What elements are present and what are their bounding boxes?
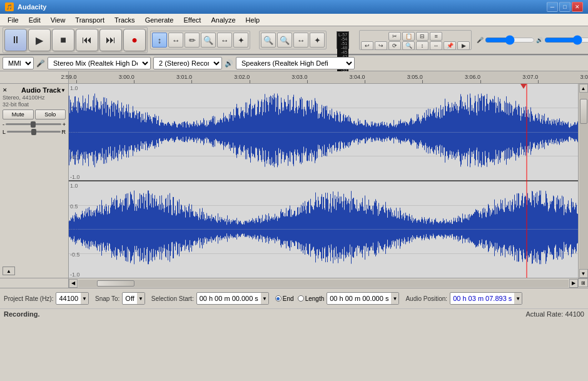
- menu-help[interactable]: Help: [241, 15, 265, 25]
- app-title: Audacity: [18, 3, 46, 11]
- menu-tracks[interactable]: Tracks: [109, 15, 140, 25]
- playhead-triangle: [520, 84, 527, 89]
- fit-h-tool[interactable]: ↔: [430, 41, 442, 50]
- output-volume-slider[interactable]: [544, 37, 588, 43]
- menu-edit[interactable]: Edit: [24, 15, 46, 25]
- vertical-scrollbar: ▲ ▼: [578, 84, 588, 278]
- pan-slider-container: [7, 129, 60, 135]
- track-name-button[interactable]: Audio Track ▼: [21, 86, 66, 94]
- solo-button[interactable]: Solo: [35, 109, 66, 119]
- audio-position-dropdown[interactable]: ▼: [514, 293, 522, 304]
- silence-tool[interactable]: ≡: [430, 32, 442, 41]
- pan-slider-thumb[interactable]: [31, 129, 36, 135]
- ruler-mark-3: 3:02.0: [242, 74, 258, 83]
- length-radio-option[interactable]: Length: [298, 295, 325, 302]
- selection-tool[interactable]: ↕: [152, 33, 167, 48]
- input-device-select[interactable]: Stereo Mix (Realtek High De: [48, 57, 151, 69]
- undo-tool[interactable]: ↩: [361, 41, 373, 50]
- track-info-line2: 32-bit float: [3, 101, 66, 108]
- menu-transport[interactable]: Transport: [70, 15, 109, 25]
- vscroll-thumb[interactable]: [580, 99, 587, 124]
- output-device-select[interactable]: Speakers (Realtek High Defi: [236, 57, 355, 69]
- zoom-in-tool[interactable]: 🔍: [261, 33, 276, 48]
- menu-analyze[interactable]: Analyze: [206, 15, 240, 25]
- skip-start-button[interactable]: ⏮: [76, 29, 98, 51]
- project-rate-field: Project Rate (Hz): 44100 ▼: [4, 292, 89, 305]
- track-header: ✕ Audio Track ▼ Stereo, 44100Hz 32-bit f…: [0, 84, 69, 278]
- gain-minus-label: -: [3, 121, 4, 128]
- cut-tool[interactable]: ✂: [388, 32, 401, 41]
- vscroll-down-button[interactable]: ▼: [579, 269, 588, 278]
- play-button[interactable]: ▶: [28, 29, 51, 51]
- gain-slider-thumb[interactable]: [31, 121, 36, 128]
- ruler-marks[interactable]: 2:59.03:00.03:01.03:02.03:03.03:04.03:05…: [69, 71, 588, 83]
- record-button[interactable]: ●: [123, 29, 146, 51]
- maximize-button[interactable]: □: [559, 2, 570, 12]
- input-volume-slider[interactable]: [485, 37, 535, 43]
- transport-section: ⏸ ▶ ■ ⏮ ⏭ ●: [3, 27, 148, 53]
- snap-to-field: Snap To: Off ▼: [95, 292, 145, 305]
- end-value-dropdown[interactable]: ▼: [391, 293, 398, 304]
- api-select[interactable]: MME: [3, 57, 34, 69]
- hscroll-thumb[interactable]: [97, 280, 134, 287]
- end-value: 00 h 00 m 00.000 s: [327, 295, 391, 302]
- gain-row: - +: [3, 121, 66, 128]
- mic-device-icon: 🎤: [36, 59, 45, 68]
- audio-position-control: 00 h 03 m 07.893 s ▼: [450, 292, 522, 305]
- mute-button[interactable]: Mute: [3, 109, 34, 119]
- fit-tool[interactable]: ↔: [293, 33, 308, 48]
- zoom-tool[interactable]: 🔍: [201, 33, 216, 48]
- close-button[interactable]: ✕: [572, 2, 583, 12]
- play-at-speed-tool[interactable]: ▶: [457, 41, 470, 50]
- hscroll-right-button[interactable]: ▶: [569, 279, 578, 288]
- envelope-tool[interactable]: ↔: [168, 33, 183, 48]
- ruler-mark-2: 3:01.0: [184, 74, 200, 83]
- zoom-out-tool[interactable]: 🔍: [277, 33, 292, 48]
- end-radio-label: End: [283, 295, 294, 302]
- recording-status: Recording.: [4, 310, 39, 318]
- ruler-mark-6: 3:05.0: [415, 74, 430, 83]
- vscroll-up-button[interactable]: ▲: [579, 84, 588, 93]
- zoom-sel-tool[interactable]: 🔍: [402, 41, 415, 50]
- hscroll-resize-handle[interactable]: ⊞: [578, 278, 588, 287]
- snap-to-control: Off ▼: [122, 292, 144, 305]
- paste-tool[interactable]: 📋: [402, 32, 415, 41]
- length-radio-circle: [298, 295, 304, 302]
- audio-position-value: 00 h 03 m 07.893 s: [450, 295, 514, 302]
- menu-view[interactable]: View: [46, 15, 71, 25]
- selection-tool2[interactable]: ✦: [310, 33, 325, 48]
- project-rate-dropdown[interactable]: ▼: [81, 293, 88, 304]
- selection-start-dropdown[interactable]: ▼: [261, 293, 268, 304]
- track-info-line1: Stereo, 44100Hz: [3, 94, 66, 101]
- gain-slider-container: [6, 121, 61, 128]
- skip-end-button[interactable]: ⏭: [99, 29, 122, 51]
- transport-tools-row: ⏸ ▶ ■ ⏮ ⏭ ● ↕ ↔ ✏ 🔍 ↔ ✦ 🔍 🔍 ↔ ✦: [0, 26, 588, 54]
- minimize-button[interactable]: ─: [547, 2, 558, 12]
- extra-tools-section: 🔍 🔍 ↔ ✦: [259, 31, 327, 49]
- hscroll-left-button[interactable]: ◀: [69, 279, 78, 288]
- multitool[interactable]: ✦: [233, 33, 248, 48]
- length-radio-label: Length: [305, 295, 325, 302]
- draw-tool[interactable]: ✏: [185, 33, 200, 48]
- menu-generate[interactable]: Generate: [140, 15, 179, 25]
- snap-to-dropdown[interactable]: ▼: [137, 293, 144, 304]
- timeshift-tool[interactable]: ↔: [217, 33, 232, 48]
- pinned-tool[interactable]: 📌: [444, 41, 456, 50]
- project-rate-value: 44100: [56, 295, 81, 302]
- track-close-btn[interactable]: ✕: [3, 87, 8, 93]
- audio-position-field: Audio Position: 00 h 03 m 07.893 s ▼: [405, 292, 522, 305]
- end-length-radio: End Length: [275, 295, 324, 302]
- redo-tool[interactable]: ↪: [375, 41, 387, 50]
- menu-effect[interactable]: Effect: [179, 15, 206, 25]
- window-controls: ─ □ ✕: [547, 2, 583, 12]
- input-channels-select[interactable]: 2 (Stereo) Recor: [153, 57, 222, 69]
- track-collapse-button[interactable]: ▲: [3, 267, 15, 275]
- pause-button[interactable]: ⏸: [4, 29, 27, 51]
- menu-file[interactable]: File: [3, 15, 24, 25]
- fit-v-tool[interactable]: ↕: [416, 41, 428, 50]
- trim-tool[interactable]: ⊟: [416, 32, 428, 41]
- stop-button[interactable]: ■: [52, 29, 74, 51]
- sync-tool[interactable]: ⟳: [388, 41, 401, 50]
- end-radio-option[interactable]: End: [275, 295, 294, 302]
- waveform-canvas[interactable]: [69, 84, 578, 278]
